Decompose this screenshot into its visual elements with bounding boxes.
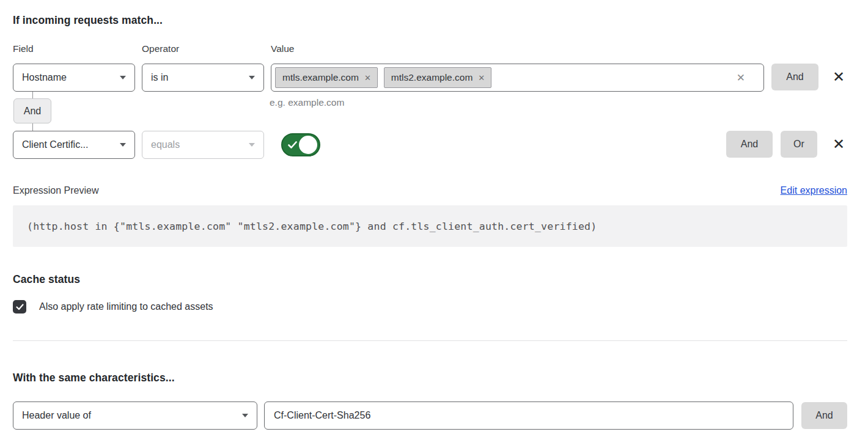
chevron-down-icon [249,143,255,147]
chevron-down-icon [120,76,126,79]
rule-builder-panel: If incoming requests match... Field Oper… [0,0,868,440]
value-tag: mtls2.example.com ✕ [384,67,491,88]
connector-and-button[interactable]: And [13,98,51,123]
cert-verified-toggle[interactable] [281,133,320,156]
column-labels: Field Operator Value [13,43,847,54]
operator-select-1[interactable]: is in [142,64,264,92]
check-icon [288,141,297,148]
cache-status-title: Cache status [13,273,847,286]
header-name-input[interactable] [264,402,793,430]
expression-text: (http.host in {"mtls.example.com" "mtls2… [27,221,597,232]
value-tag-label: mtls.example.com [282,72,359,83]
section-divider [13,340,847,341]
cached-assets-checkbox[interactable] [13,300,26,314]
connector-line [32,123,33,131]
chevron-down-icon [249,76,255,79]
and-connector: And [13,92,135,131]
field-column-label: Field [13,43,142,54]
add-characteristic-button[interactable]: And [801,402,847,429]
row-connector-area: And e.g. example.com [13,92,847,131]
value-tags: mtls.example.com ✕ mtls2.example.com ✕ [275,67,737,88]
value-tag-label: mtls2.example.com [391,72,473,83]
edit-expression-link[interactable]: Edit expression [781,185,847,196]
characteristics-row: Header value of And [13,402,847,430]
expression-code-block: (http.host in {"mtls.example.com" "mtls2… [13,205,847,247]
condition-row-1: Hostname is in mtls.example.com ✕ mtls2.… [13,64,847,92]
field-select-1-value: Hostname [22,72,67,83]
value-tag: mtls.example.com ✕ [275,67,378,88]
operator-select-2-disabled: equals [142,131,264,159]
condition-row-2: Client Certific... equals And Or ✕ [13,131,847,159]
connector-line [32,92,33,98]
expression-preview-label: Expression Preview [13,185,99,196]
value-multiselect[interactable]: mtls.example.com ✕ mtls2.example.com ✕ ✕ [271,64,764,92]
field-select-2[interactable]: Client Certific... [13,131,135,159]
value-column-label: Value [271,43,295,54]
check-icon [16,304,24,310]
expression-preview-header: Expression Preview Edit expression [13,185,847,196]
match-section-title: If incoming requests match... [13,14,847,27]
remove-condition-icon-1[interactable]: ✕ [830,64,847,90]
operator-select-1-value: is in [151,72,168,83]
field-select-2-value: Client Certific... [22,139,88,150]
characteristics-title: With the same characteristics... [13,372,847,384]
toggle-knob [299,136,317,154]
tag-remove-icon[interactable]: ✕ [364,74,371,82]
cached-assets-checkbox-label: Also apply rate limiting to cached asset… [39,301,213,312]
tag-remove-icon[interactable]: ✕ [478,74,485,82]
operator-column-label: Operator [142,43,271,54]
add-or-condition-button[interactable]: Or [781,131,817,158]
chevron-down-icon [242,414,248,417]
field-select-1[interactable]: Hostname [13,64,135,92]
remove-condition-icon-2[interactable]: ✕ [830,131,847,158]
characteristic-select-value: Header value of [22,410,91,421]
characteristic-select[interactable]: Header value of [13,402,257,430]
cache-checkbox-row: Also apply rate limiting to cached asset… [13,300,847,314]
clear-values-icon[interactable]: ✕ [737,73,745,83]
operator-select-2-value: equals [151,139,180,150]
value-hint-text: e.g. example.com [270,97,344,131]
add-and-condition-button-1[interactable]: And [771,64,818,90]
add-and-condition-button-2[interactable]: And [726,131,773,158]
chevron-down-icon [120,143,126,147]
